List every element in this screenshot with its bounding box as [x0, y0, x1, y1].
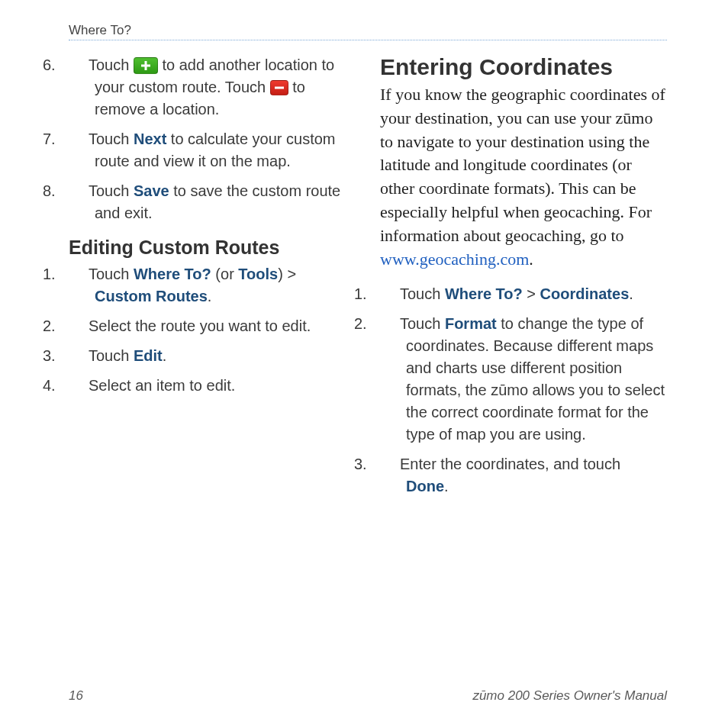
step-7: 7.Touch Next to calculate your custom ro…: [69, 128, 356, 172]
step-text: Touch: [89, 347, 134, 364]
step-6: 6.Touch to add another location to your …: [69, 54, 356, 121]
step-text: Touch: [400, 285, 445, 302]
step-text: Select the route you want to edit.: [89, 317, 311, 334]
editing-custom-routes-heading: Editing Custom Routes: [69, 237, 356, 259]
edit-step-3: 3.Touch Edit.: [69, 345, 356, 367]
page-footer: 16 zūmo 200 Series Owner's Manual: [69, 688, 667, 704]
step-8: 8.Touch Save to save the custom route an…: [69, 180, 356, 224]
manual-title: zūmo 200 Series Owner's Manual: [472, 688, 667, 704]
step-number: 3.: [380, 453, 400, 475]
custom-route-steps-continued: 6.Touch to add another location to your …: [69, 54, 356, 224]
step-number: 2.: [380, 313, 400, 335]
step-number: 1.: [380, 283, 400, 305]
editing-custom-routes-steps: 1.Touch Where To? (or Tools) > Custom Ro…: [69, 263, 356, 397]
step-text: Touch: [89, 266, 134, 282]
coord-step-2: 2.Touch Format to change the type of coo…: [380, 313, 667, 446]
coord-step-3: 3.Enter the coordinates, and touch Done.: [380, 453, 667, 498]
section-header: Where To?: [69, 23, 667, 38]
keyword-done: Done: [406, 478, 444, 494]
paragraph-text: If you know the geographic coordinates o…: [380, 85, 665, 245]
step-number: 3.: [69, 345, 89, 367]
coordinates-steps: 1.Touch Where To? > Coordinates. 2.Touch…: [380, 283, 667, 498]
step-text: .: [629, 285, 633, 302]
step-text: Touch: [400, 315, 445, 332]
keyword-custom-routes: Custom Routes: [95, 288, 208, 304]
step-number: 4.: [69, 375, 89, 397]
step-text: ) >: [278, 266, 296, 282]
step-number: 1.: [69, 263, 89, 285]
keyword-next: Next: [134, 130, 166, 147]
step-text: Enter the coordinates, and touch: [400, 456, 620, 472]
step-number: 6.: [69, 54, 89, 76]
coordinates-paragraph: If you know the geographic coordinates o…: [380, 83, 667, 271]
edit-step-1: 1.Touch Where To? (or Tools) > Custom Ro…: [69, 263, 356, 308]
step-text: Touch: [89, 56, 134, 73]
edit-step-2: 2.Select the route you want to edit.: [69, 315, 356, 337]
step-text: Touch: [89, 130, 134, 147]
step-text: >: [523, 285, 540, 302]
right-column: Entering Coordinates If you know the geo…: [380, 54, 667, 505]
keyword-edit: Edit: [134, 347, 163, 364]
geocaching-link[interactable]: www.geocaching.com: [380, 250, 529, 269]
keyword-format: Format: [445, 315, 497, 332]
keyword-tools: Tools: [238, 266, 278, 282]
keyword-where-to: Where To?: [134, 266, 211, 282]
step-text: (or: [211, 266, 239, 282]
coord-step-1: 1.Touch Where To? > Coordinates.: [380, 283, 667, 305]
paragraph-text: .: [529, 250, 533, 269]
keyword-where-to: Where To?: [445, 285, 523, 302]
entering-coordinates-heading: Entering Coordinates: [380, 54, 667, 80]
plus-icon: [134, 57, 158, 74]
edit-step-4: 4.Select an item to edit.: [69, 375, 356, 397]
content-columns: 6.Touch to add another location to your …: [69, 54, 667, 505]
step-text: Touch: [89, 182, 134, 199]
step-text: Select an item to edit.: [89, 377, 235, 394]
minus-icon: [270, 80, 288, 95]
page-number: 16: [69, 688, 83, 704]
header-rule: [69, 40, 667, 40]
step-number: 2.: [69, 315, 89, 337]
step-text: to change the type of coordinates. Becau…: [406, 315, 665, 443]
step-number: 8.: [69, 180, 89, 202]
keyword-save: Save: [134, 182, 169, 199]
keyword-coordinates: Coordinates: [540, 285, 630, 302]
step-text: .: [444, 478, 449, 494]
step-number: 7.: [69, 128, 89, 150]
left-column: 6.Touch to add another location to your …: [69, 54, 356, 505]
step-text: .: [163, 347, 167, 364]
step-text: .: [208, 288, 212, 304]
